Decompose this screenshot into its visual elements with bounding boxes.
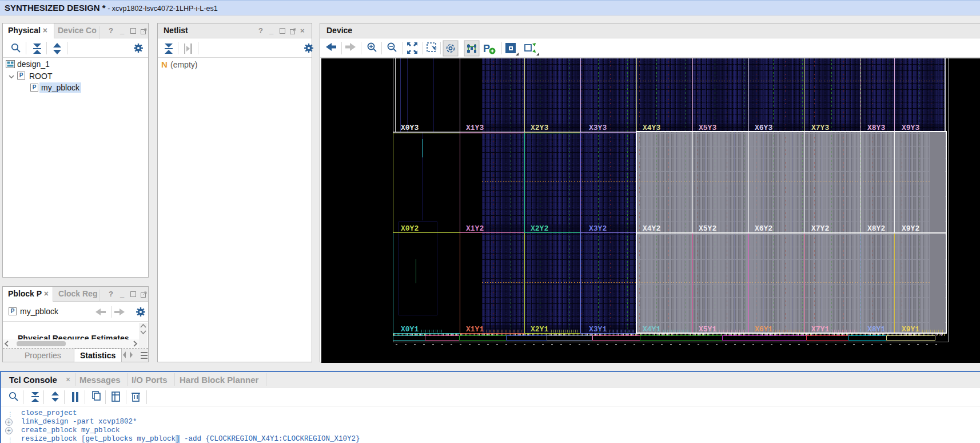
- svg-text:X2Y3: X2Y3: [531, 124, 548, 132]
- svg-text:X9Y1: X9Y1: [902, 325, 919, 334]
- svg-text:X1Y1: X1Y1: [466, 325, 484, 334]
- svg-text:X6Y3: X6Y3: [755, 124, 772, 132]
- svg-text:X1Y3: X1Y3: [466, 124, 484, 132]
- svg-text:X5Y3: X5Y3: [699, 124, 716, 132]
- svg-text:X9Y3: X9Y3: [902, 124, 919, 132]
- svg-text:X8Y1: X8Y1: [867, 325, 885, 334]
- svg-text:X6Y1: X6Y1: [755, 325, 772, 334]
- svg-text:X9Y2: X9Y2: [902, 224, 919, 233]
- svg-text:X6Y2: X6Y2: [755, 224, 772, 233]
- svg-text:X0Y3: X0Y3: [401, 124, 419, 132]
- svg-text:X2Y1: X2Y1: [531, 325, 548, 334]
- svg-text:X3Y1: X3Y1: [589, 325, 607, 334]
- svg-text:X3Y3: X3Y3: [589, 124, 607, 132]
- svg-text:X4Y2: X4Y2: [643, 224, 660, 233]
- svg-text:X8Y3: X8Y3: [867, 124, 885, 132]
- svg-text:X8Y2: X8Y2: [867, 224, 885, 233]
- svg-text:X7Y1: X7Y1: [811, 325, 829, 334]
- svg-text:X4Y1: X4Y1: [643, 325, 660, 334]
- svg-text:X2Y2: X2Y2: [531, 224, 548, 233]
- svg-text:X3Y2: X3Y2: [589, 224, 607, 233]
- svg-text:X7Y2: X7Y2: [811, 224, 829, 233]
- svg-text:X0Y2: X0Y2: [401, 224, 419, 233]
- svg-text:X7Y3: X7Y3: [811, 124, 829, 132]
- svg-text:X1Y2: X1Y2: [466, 224, 484, 233]
- svg-text:X5Y1: X5Y1: [699, 325, 716, 334]
- svg-text:X4Y3: X4Y3: [643, 124, 660, 132]
- svg-text:P: P: [483, 43, 490, 54]
- svg-text:X5Y2: X5Y2: [699, 224, 716, 233]
- svg-text:X0Y1: X0Y1: [401, 325, 419, 334]
